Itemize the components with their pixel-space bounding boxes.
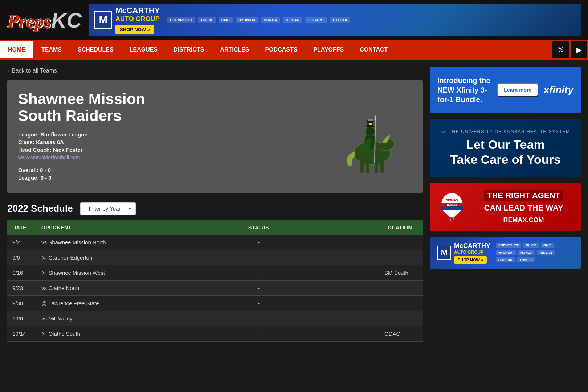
logo-chevrolet: CHEVROLET: [167, 17, 195, 23]
cell-date: 9/30: [7, 296, 36, 311]
cell-location: [379, 311, 423, 326]
cell-status: -: [138, 250, 379, 265]
mccarthy-m-icon-bottom: M: [437, 246, 451, 260]
page-content: ‹ Back to all Teams Shawnee Mission Sout…: [0, 60, 588, 349]
logo-nissan: NISSAN: [283, 17, 302, 23]
year-filter-select[interactable]: - Filter by Year - 2022 2021 2020: [80, 202, 136, 215]
shop-now-button[interactable]: SHOP NOW »: [115, 25, 154, 34]
ad-mccarthy-bottom[interactable]: M McCARTHY AUTO GROUP SHOP NOW » CHEVROL…: [430, 237, 581, 269]
logo-hyundai: HYUNDAI: [236, 17, 258, 23]
cell-status: -: [138, 326, 379, 342]
svg-marker-12: [374, 115, 376, 120]
nav-districts[interactable]: DISTRICTS: [166, 41, 212, 58]
cell-location: [379, 235, 423, 250]
cell-status: -: [138, 235, 379, 250]
cell-status: -: [138, 311, 379, 326]
nav-schedules[interactable]: SCHEDULES: [70, 41, 122, 58]
cell-opponent: @ Olathe South: [36, 326, 138, 342]
cell-date: 9/23: [7, 281, 36, 296]
social-links: 𝕏 ▶: [552, 40, 588, 60]
schedule-table: DATE OPPONENT STATUS LOCATION 9/2 vs Sha…: [7, 220, 423, 342]
mccarthy-m-icon: M: [94, 11, 112, 29]
schedule-header-row: DATE OPPONENT STATUS LOCATION: [7, 220, 423, 235]
twitter-button[interactable]: 𝕏: [552, 41, 569, 58]
col-opponent: OPPONENT: [36, 220, 138, 235]
mc-logo-gmc: GMC: [541, 243, 554, 248]
cell-status: -: [138, 281, 379, 296]
team-league-record-value: 0 - 0: [41, 175, 52, 181]
nav-podcasts[interactable]: PODCASTS: [257, 41, 305, 58]
nav-articles[interactable]: ARTICLES: [212, 41, 257, 58]
schedule-row-4[interactable]: 9/30 @ Lawrence Free State -: [7, 296, 423, 311]
site-logo[interactable]: PrepsKC: [7, 8, 82, 32]
learn-more-button[interactable]: Learn more: [497, 83, 538, 97]
filter-wrapper[interactable]: - Filter by Year - 2022 2021 2020: [80, 202, 136, 215]
mccarthy-brand: McCARTHY: [115, 6, 160, 15]
team-info: Shawnee Mission South Raiders League: Su…: [18, 91, 156, 182]
ad-remax[interactable]: RE/MAX RE/MAX THE RIGHT AGENT CAN LEAD: [430, 183, 581, 231]
sidebar: Introducing the NEW Xfinity 3-for-1 Bund…: [423, 67, 581, 342]
team-coach-value: Nick Foster: [53, 147, 83, 153]
nav-home[interactable]: HOME: [0, 41, 33, 58]
team-league: League: Sunflower League: [18, 131, 156, 138]
youtube-button[interactable]: ▶: [571, 41, 587, 58]
mccarthy-bottom-sub: AUTO GROUP: [454, 250, 490, 255]
team-card: Shawnee Mission South Raiders League: Su…: [7, 80, 423, 193]
mc-logo-honda: HONDA: [518, 250, 535, 255]
cell-location: [379, 250, 423, 265]
svg-rect-2: [360, 162, 364, 173]
svg-point-19: [448, 213, 456, 217]
mc-logo-subaru: SUBARU: [496, 257, 515, 262]
col-location: LOCATION: [379, 220, 423, 235]
cell-location: SM South: [379, 265, 423, 281]
schedule-title: 2022 Schedule: [7, 203, 73, 214]
cell-date: 9/2: [7, 235, 36, 250]
schedule-row-6[interactable]: 10/14 @ Olathe South - ODAC: [7, 326, 423, 342]
nav-leagues[interactable]: LEAGUES: [122, 41, 166, 58]
back-to-teams[interactable]: ‹ Back to all Teams: [7, 67, 423, 74]
svg-line-11: [375, 117, 375, 163]
back-arrow-icon: ‹: [7, 67, 9, 74]
schedule-row-3[interactable]: 9/23 vs Olathe North -: [7, 281, 423, 296]
main-nav: HOME TEAMS SCHEDULES LEAGUES DISTRICTS A…: [0, 40, 588, 60]
mc-logo-toyota: TOYOTA: [517, 257, 536, 262]
remax-right: THE RIGHT AGENT CAN LEAD THE WAY REMAX.C…: [474, 190, 573, 224]
ad-xfinity[interactable]: Introducing the NEW Xfinity 3-for-1 Bund…: [430, 67, 581, 113]
schedule-row-1[interactable]: 9/9 @ Gardner-Edgerton -: [7, 250, 423, 265]
nav-contact[interactable]: CONTACT: [352, 41, 396, 58]
ku-main-text: Let Our Team Take Care of Yours: [439, 137, 572, 167]
header-ad-mccarthy[interactable]: M McCARTHY AUTO GROUP SHOP NOW » CHEVROL…: [89, 4, 581, 36]
xfinity-right: Learn more xfinity: [497, 83, 573, 97]
schedule-row-2[interactable]: 9/16 @ Shawnee Mission West - SM South: [7, 265, 423, 281]
ku-shield-icon: 🛡: [441, 129, 446, 134]
svg-rect-3: [366, 163, 369, 173]
nav-teams[interactable]: TEAMS: [33, 41, 70, 58]
team-website-link[interactable]: www.smsraiderfootball.com: [18, 155, 80, 160]
svg-rect-5: [380, 162, 384, 173]
nav-playoffs[interactable]: PLAYOFFS: [305, 41, 352, 58]
remax-url: REMAX.COM: [474, 216, 573, 224]
cell-status: -: [138, 265, 379, 281]
logo-buick: BUICK: [198, 17, 216, 23]
mccarthy-bottom-shop[interactable]: SHOP NOW »: [454, 256, 487, 264]
ku-title: 🛡 THE UNIVERSITY OF KANSAS HEALTH SYSTEM: [439, 129, 572, 134]
mc-logo-chevrolet: CHEVROLET: [496, 243, 521, 248]
cell-status: -: [138, 296, 379, 311]
remax-tagline: THE RIGHT AGENT CAN LEAD THE WAY: [474, 190, 573, 213]
ad-ku-health[interactable]: 🛡 THE UNIVERSITY OF KANSAS HEALTH SYSTEM…: [430, 119, 581, 177]
mc-logo-nissan: NISSAN: [537, 250, 555, 255]
schedule-row-0[interactable]: 9/2 vs Shawnee Mission North -: [7, 235, 423, 250]
svg-rect-13: [369, 123, 372, 125]
mccarthy-bottom-left: M McCARTHY AUTO GROUP SHOP NOW »: [437, 242, 490, 264]
logo-subaru: SUBARU: [305, 17, 327, 23]
cell-date: 10/14: [7, 326, 36, 342]
svg-line-21: [453, 217, 454, 222]
schedule-row-5[interactable]: 10/6 vs Mill Valley -: [7, 311, 423, 326]
cell-date: 9/16: [7, 265, 36, 281]
mc-logo-hyundai: HYUNDAI: [496, 250, 516, 255]
cell-date: 9/9: [7, 250, 36, 265]
cell-location: ODAC: [379, 326, 423, 342]
cell-location: [379, 296, 423, 311]
team-class-value: Kansas 6A: [36, 139, 64, 145]
svg-rect-18: [441, 206, 463, 210]
